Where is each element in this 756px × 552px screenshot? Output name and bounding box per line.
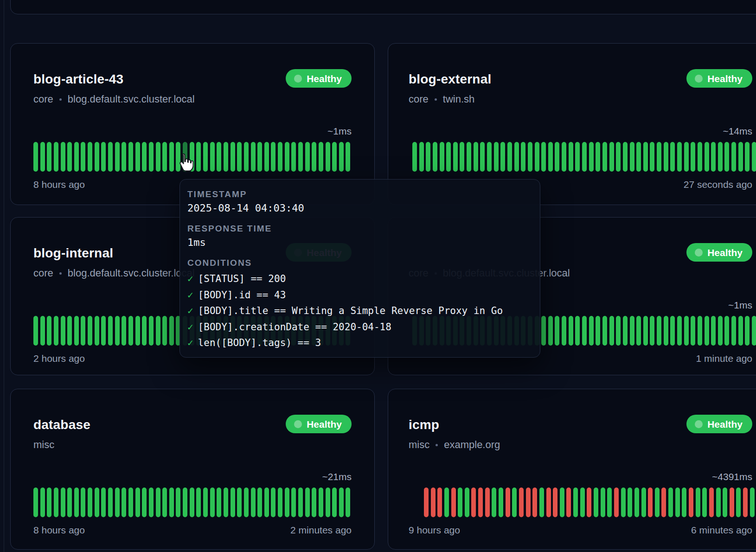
uptime-bar[interactable] <box>614 488 619 517</box>
uptime-bar[interactable] <box>257 142 262 172</box>
uptime-bar[interactable] <box>573 488 578 517</box>
uptime-bar[interactable] <box>108 316 113 346</box>
uptime-bar[interactable] <box>95 142 99 172</box>
uptime-bar[interactable] <box>217 488 221 517</box>
uptime-bar[interactable] <box>596 316 600 346</box>
uptime-bar[interactable] <box>278 142 282 172</box>
uptime-bar[interactable] <box>332 142 337 172</box>
uptime-bar[interactable] <box>122 142 126 172</box>
uptime-bar[interactable] <box>752 316 756 346</box>
uptime-bar[interactable] <box>40 316 45 346</box>
uptime-bar[interactable] <box>650 316 654 346</box>
uptime-bar[interactable] <box>291 142 296 172</box>
uptime-bar[interactable] <box>424 488 429 517</box>
uptime-bar[interactable] <box>743 488 748 517</box>
uptime-bar[interactable] <box>630 316 634 346</box>
uptime-bar[interactable] <box>609 142 614 172</box>
uptime-bar[interactable] <box>636 142 641 172</box>
uptime-bar[interactable] <box>47 316 51 346</box>
uptime-bar[interactable] <box>711 316 716 346</box>
uptime-bar[interactable] <box>526 488 531 517</box>
uptime-bar[interactable] <box>285 142 289 172</box>
uptime-bar[interactable] <box>332 488 337 517</box>
uptime-bar[interactable] <box>122 316 126 346</box>
uptime-bar[interactable] <box>731 316 736 346</box>
uptime-bar[interactable] <box>465 488 469 517</box>
uptime-bar[interactable] <box>183 488 187 517</box>
uptime-bar[interactable] <box>541 142 546 172</box>
uptime-bar[interactable] <box>648 488 653 517</box>
uptime-bar[interactable] <box>548 142 553 172</box>
uptime-bar[interactable] <box>745 142 750 172</box>
uptime-bar[interactable] <box>285 488 289 517</box>
uptime-bar[interactable] <box>122 488 126 517</box>
uptime-bar[interactable] <box>514 142 519 172</box>
uptime-bar[interactable] <box>231 142 235 172</box>
uptime-bar[interactable] <box>326 488 330 517</box>
endpoint-card[interactable]: icmpHealthymiscexample.org~4391ms9 hours… <box>388 389 756 550</box>
uptime-bar[interactable] <box>95 316 99 346</box>
uptime-bar[interactable] <box>512 488 517 517</box>
endpoint-card[interactable]: databaseHealthymisc~21ms8 hours ago2 min… <box>10 389 375 550</box>
uptime-bar[interactable] <box>643 142 648 172</box>
uptime-bar[interactable] <box>224 142 228 172</box>
uptime-bar[interactable] <box>101 316 106 346</box>
uptime-bar[interactable] <box>670 316 675 346</box>
uptime-bar[interactable] <box>231 488 235 517</box>
uptime-bar[interactable] <box>47 142 51 172</box>
uptime-bar[interactable] <box>664 316 668 346</box>
uptime-bar[interactable] <box>74 316 79 346</box>
uptime-bar[interactable] <box>264 488 269 517</box>
uptime-bar[interactable] <box>128 142 133 172</box>
uptime-bar[interactable] <box>602 142 607 172</box>
uptime-bar[interactable] <box>298 488 303 517</box>
uptime-bar[interactable] <box>541 316 546 346</box>
uptime-bar[interactable] <box>115 316 120 346</box>
uptime-bar[interactable] <box>419 142 424 172</box>
uptime-bar[interactable] <box>560 488 564 517</box>
uptime-bar[interactable] <box>203 142 208 172</box>
uptime-bar[interactable] <box>346 142 350 172</box>
uptime-bar[interactable] <box>61 316 65 346</box>
uptime-bar[interactable] <box>657 316 661 346</box>
uptime-bar[interactable] <box>142 316 147 346</box>
uptime-bar[interactable] <box>521 142 525 172</box>
uptime-bar[interactable] <box>657 142 661 172</box>
uptime-bar[interactable] <box>176 488 180 517</box>
uptime-bar[interactable] <box>453 142 458 172</box>
uptime-bar[interactable] <box>623 142 628 172</box>
uptime-bar[interactable] <box>54 316 58 346</box>
uptime-bar[interactable] <box>736 488 741 517</box>
uptime-bar[interactable] <box>426 142 430 172</box>
uptime-bar[interactable] <box>594 488 598 517</box>
uptime-bar[interactable] <box>33 142 38 172</box>
uptime-bar[interactable] <box>655 488 660 517</box>
uptime-bar[interactable] <box>217 142 221 172</box>
uptime-bar[interactable] <box>535 142 539 172</box>
uptime-bar[interactable] <box>507 142 512 172</box>
uptime-bar[interactable] <box>752 142 756 172</box>
uptime-bar[interactable] <box>668 488 673 517</box>
uptime-bar[interactable] <box>724 316 729 346</box>
uptime-bar[interactable] <box>81 142 85 172</box>
uptime-bar[interactable] <box>88 316 92 346</box>
uptime-bar[interactable] <box>237 142 242 172</box>
uptime-bar[interactable] <box>54 488 58 517</box>
uptime-bar[interactable] <box>40 142 45 172</box>
uptime-bar[interactable] <box>196 142 201 172</box>
uptime-bar[interactable] <box>67 488 72 517</box>
uptime-bar[interactable] <box>210 142 215 172</box>
uptime-bar[interactable] <box>271 142 275 172</box>
uptime-bar[interactable] <box>156 142 160 172</box>
uptime-bar[interactable] <box>705 316 709 346</box>
uptime-bar[interactable] <box>601 488 605 517</box>
uptime-bar[interactable] <box>589 142 594 172</box>
uptime-bar[interactable] <box>339 142 344 172</box>
uptime-bar[interactable] <box>346 488 350 517</box>
uptime-bar[interactable] <box>128 488 133 517</box>
uptime-bar[interactable] <box>108 142 113 172</box>
uptime-bar[interactable] <box>67 142 72 172</box>
uptime-bar[interactable] <box>569 316 573 346</box>
uptime-bar[interactable] <box>33 316 38 346</box>
uptime-bar[interactable] <box>750 488 755 517</box>
